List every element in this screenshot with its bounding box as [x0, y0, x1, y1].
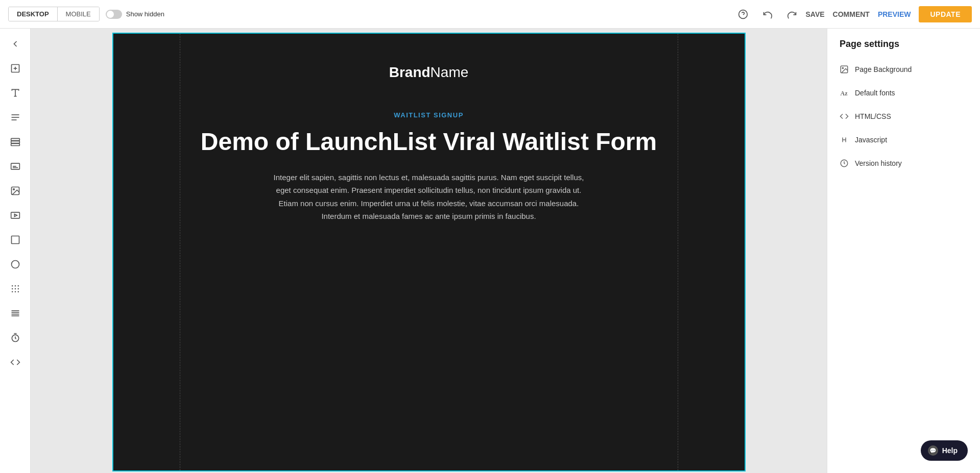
image-icon[interactable]	[4, 180, 27, 202]
list-section-icon[interactable]	[4, 131, 27, 153]
help-icon-button[interactable]	[736, 7, 750, 21]
paragraph-icon[interactable]	[4, 106, 27, 129]
help-label: Help	[942, 446, 958, 455]
show-hidden-toggle: Show hidden	[106, 10, 164, 19]
hero-description: Integer elit sapien, sagittis non lectus…	[271, 171, 587, 223]
version-history-icon	[840, 159, 849, 168]
toolbar-actions: SAVE COMMENT PREVIEW UPDATE	[805, 6, 972, 22]
svg-marker-19	[14, 214, 17, 217]
mobile-button[interactable]: MOBILE	[58, 7, 99, 21]
svg-point-17	[13, 189, 14, 190]
comment-button[interactable]: COMMENT	[833, 10, 870, 18]
svg-point-38	[842, 67, 843, 68]
svg-rect-18	[11, 212, 19, 218]
circle-icon[interactable]	[4, 253, 27, 276]
default-fonts-icon: Az	[840, 88, 849, 97]
page-background-icon	[840, 65, 849, 74]
preview-button[interactable]: PREVIEW	[878, 10, 911, 18]
canvas-wrapper[interactable]: BrandName WAITLIST SIGNUP Demo of Launch…	[31, 29, 827, 473]
help-button[interactable]: 💬 Help	[921, 440, 968, 461]
box-icon[interactable]	[4, 229, 27, 251]
brand-bold: Brand	[389, 64, 431, 80]
undo-button[interactable]	[760, 7, 775, 21]
version-history-label: Version history	[855, 159, 902, 167]
svg-point-26	[14, 288, 16, 290]
svg-point-27	[17, 288, 19, 290]
svg-point-28	[11, 291, 13, 293]
canvas: BrandName WAITLIST SIGNUP Demo of Launch…	[112, 33, 746, 471]
svg-point-23	[14, 285, 16, 287]
html-css-label: HTML/CSS	[855, 112, 891, 120]
svg-rect-12	[11, 143, 19, 145]
svg-point-24	[17, 285, 19, 287]
timer-icon[interactable]	[4, 327, 27, 349]
svg-point-30	[17, 291, 19, 293]
caption-icon[interactable]	[4, 155, 27, 178]
svg-point-25	[11, 288, 13, 290]
main-area: BrandName WAITLIST SIGNUP Demo of Launch…	[0, 29, 980, 473]
html-css-item[interactable]: HTML/CSS	[827, 105, 980, 128]
brand-light: Name	[431, 64, 469, 80]
svg-point-22	[11, 285, 13, 287]
toolbar-center-icons	[736, 7, 799, 21]
hidden-toggle-switch[interactable]	[106, 10, 122, 19]
save-button[interactable]: SAVE	[805, 10, 824, 18]
javascript-icon	[840, 135, 849, 144]
text-icon[interactable]	[4, 82, 27, 104]
device-toggle: DESKTOP MOBILE	[8, 7, 100, 21]
brand-name: BrandName	[389, 64, 469, 81]
svg-rect-20	[11, 236, 19, 244]
add-section-icon[interactable]	[4, 57, 27, 80]
left-sidebar	[0, 29, 31, 473]
javascript-label: Javascript	[855, 136, 887, 144]
back-icon[interactable]	[4, 33, 27, 55]
page-background-label: Page Background	[855, 65, 912, 73]
help-chat-icon: 💬	[928, 445, 938, 456]
dots-grid-icon[interactable]	[4, 278, 27, 300]
right-panel: Page settings Page Background Az Default…	[827, 29, 980, 473]
javascript-item[interactable]: Javascript	[827, 128, 980, 152]
version-history-item[interactable]: Version history	[827, 152, 980, 175]
default-fonts-label: Default fonts	[855, 89, 895, 97]
show-hidden-label: Show hidden	[126, 10, 164, 18]
panel-title: Page settings	[827, 29, 980, 58]
lines-grid-icon[interactable]	[4, 302, 27, 325]
page-background-item[interactable]: Page Background	[827, 58, 980, 81]
waitlist-label: WAITLIST SIGNUP	[394, 111, 464, 119]
video-icon[interactable]	[4, 204, 27, 227]
code-embed-icon[interactable]	[4, 351, 27, 374]
toolbar: DESKTOP MOBILE Show hidden	[0, 0, 980, 29]
svg-point-21	[11, 261, 19, 268]
html-css-icon	[840, 112, 849, 121]
redo-button[interactable]	[785, 7, 799, 21]
svg-text:Az: Az	[841, 90, 848, 97]
desktop-button[interactable]: DESKTOP	[9, 7, 58, 21]
toolbar-left: DESKTOP MOBILE Show hidden	[8, 7, 164, 21]
default-fonts-item[interactable]: Az Default fonts	[827, 81, 980, 105]
svg-rect-11	[11, 141, 19, 143]
hero-title: Demo of LaunchList Viral Waitlist Form	[201, 127, 657, 157]
svg-rect-10	[11, 138, 19, 140]
svg-point-29	[14, 291, 16, 293]
canvas-content: BrandName WAITLIST SIGNUP Demo of Launch…	[113, 34, 745, 470]
update-button[interactable]: UPDATE	[919, 6, 972, 22]
